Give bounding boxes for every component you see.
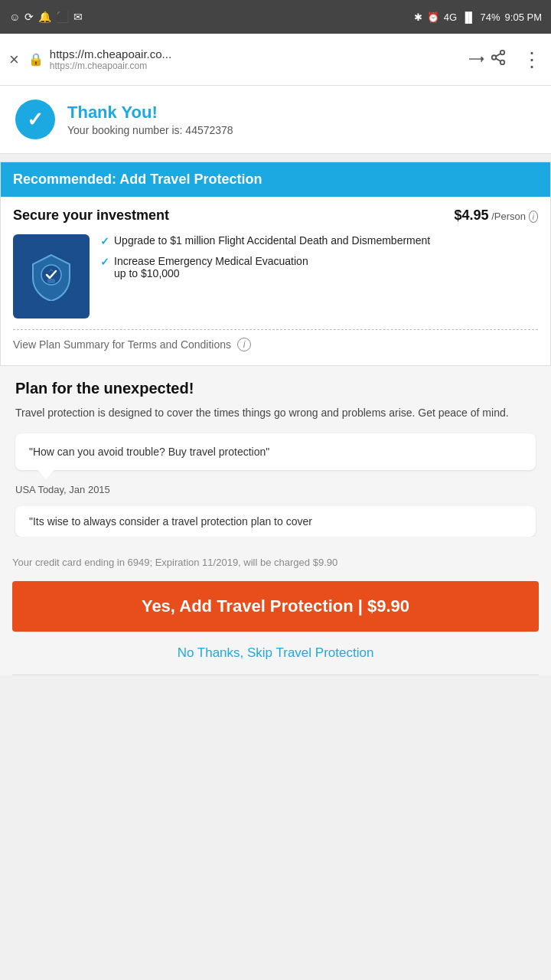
tp-price-per: /Person i — [489, 211, 538, 222]
email-icon: ✉ — [73, 11, 83, 23]
tp-features: ✓ Upgrade to $1 million Flight Accidenta… — [13, 234, 538, 318]
bottom-divider — [12, 675, 539, 675]
browser-bar: × 🔒 https://m.cheapoair.co... https://m.… — [0, 34, 551, 86]
thank-you-text: Thank You! Your booking number is: 44572… — [67, 103, 233, 136]
volume-icon: 🔔 — [38, 11, 51, 23]
sim-icon: ☺ — [9, 11, 20, 23]
tp-feature-1: ✓ Upgrade to $1 million Flight Accidenta… — [100, 234, 430, 247]
quote-bubble-2: "Its wise to always consider a travel pr… — [15, 506, 536, 537]
status-bar: ☺ ⟳ 🔔 ⬛ ✉ ✱ ⏰ 4G ▐▌ 74% 9:05 PM — [0, 0, 551, 34]
close-tab-button[interactable]: × — [9, 50, 19, 70]
thank-you-section: ✓ Thank You! Your booking number is: 445… — [0, 86, 551, 154]
quote-2-text: "Its wise to always consider a travel pr… — [29, 515, 312, 528]
svg-point-1 — [492, 55, 497, 60]
tp-plan-summary-link[interactable]: View Plan Summary for Terms and Conditio… — [13, 338, 538, 354]
alarm-icon: ⏰ — [427, 11, 439, 23]
tp-body: Secure your investment $4.95 /Person i ✓… — [1, 197, 550, 365]
url-sub: https://m.cheapoair.com — [50, 60, 171, 71]
booking-number: Your booking number is: 44572378 — [67, 124, 233, 136]
share-icon[interactable]: ⭢ — [468, 49, 507, 70]
tp-price-amount: $4.95 — [454, 207, 488, 223]
quote-1-text: "How can you avoid trouble? Buy travel p… — [29, 446, 269, 458]
tp-feature-1-text: Upgrade to $1 million Flight Accidental … — [114, 234, 430, 247]
svg-point-0 — [500, 50, 505, 54]
plan-summary-label: View Plan Summary for Terms and Conditio… — [13, 338, 231, 351]
browser-action-icons: ⭢ ⋮ — [468, 49, 542, 70]
plan-info-icon: i — [237, 338, 251, 351]
tp-price-row: Secure your investment $4.95 /Person i — [13, 207, 538, 224]
more-options-icon[interactable]: ⋮ — [522, 50, 542, 70]
bluetooth-icon: ✱ — [414, 11, 422, 23]
battery-label: 74% — [481, 11, 500, 23]
time-label: 9:05 PM — [505, 11, 542, 23]
checkmark-icon: ✓ — [27, 108, 44, 132]
signal-icon: ▐▌ — [461, 11, 475, 23]
sync-icon: ⟳ — [24, 11, 34, 23]
bottom-section: Your credit card ending in 6949; Expirat… — [0, 537, 551, 675]
svg-line-3 — [496, 58, 500, 61]
tp-feature-2: ✓ Increase Emergency Medical Evacuationu… — [100, 255, 430, 279]
tp-invest-label: Secure your investment — [13, 207, 169, 224]
tp-feature-list: ✓ Upgrade to $1 million Flight Accidenta… — [100, 234, 430, 279]
tp-price: $4.95 /Person i — [454, 207, 538, 224]
svg-rect-6 — [47, 279, 55, 283]
tp-divider — [13, 329, 538, 330]
tp-shield-icon — [13, 234, 90, 318]
add-travel-protection-button[interactable]: Yes, Add Travel Protection | $9.90 — [12, 581, 539, 632]
status-left-icons: ☺ ⟳ 🔔 ⬛ ✉ — [9, 11, 83, 23]
status-right-icons: ✱ ⏰ 4G ▐▌ 74% 9:05 PM — [414, 11, 542, 23]
unexpected-section: Plan for the unexpected! Travel protecti… — [0, 366, 551, 537]
lock-icon: 🔒 — [28, 52, 44, 67]
check-circle: ✓ — [15, 100, 55, 139]
quote-bubble-1: "How can you avoid trouble? Buy travel p… — [15, 433, 536, 470]
svg-point-2 — [500, 60, 505, 64]
unexpected-desc: Travel protection is designed to cover t… — [15, 405, 536, 421]
travel-protection-card: Recommended: Add Travel Protection Secur… — [0, 162, 551, 366]
thank-you-title: Thank You! — [67, 103, 233, 122]
url-block[interactable]: 🔒 https://m.cheapoair.co... https://m.ch… — [28, 47, 459, 71]
credit-notice: Your credit card ending in 6949; Expirat… — [12, 547, 539, 581]
lte-icon: 4G — [444, 11, 457, 23]
unexpected-title: Plan for the unexpected! — [15, 380, 536, 397]
svg-line-4 — [496, 53, 500, 56]
tp-feature-2-text: Increase Emergency Medical Evacuationup … — [114, 255, 308, 279]
check-icon-1: ✓ — [100, 235, 109, 247]
url-main: https://m.cheapoair.co... — [50, 47, 171, 60]
quote-1-source: USA Today, Jan 2015 — [15, 484, 536, 495]
tp-header: Recommended: Add Travel Protection — [1, 162, 550, 197]
credit-notice-text: Your credit card ending in 6949; Expirat… — [12, 557, 337, 568]
skip-travel-protection-button[interactable]: No Thanks, Skip Travel Protection — [12, 632, 539, 675]
url-text: https://m.cheapoair.co... https://m.chea… — [50, 47, 171, 71]
screenshot-icon: ⬛ — [56, 11, 69, 23]
check-icon-2: ✓ — [100, 256, 109, 268]
